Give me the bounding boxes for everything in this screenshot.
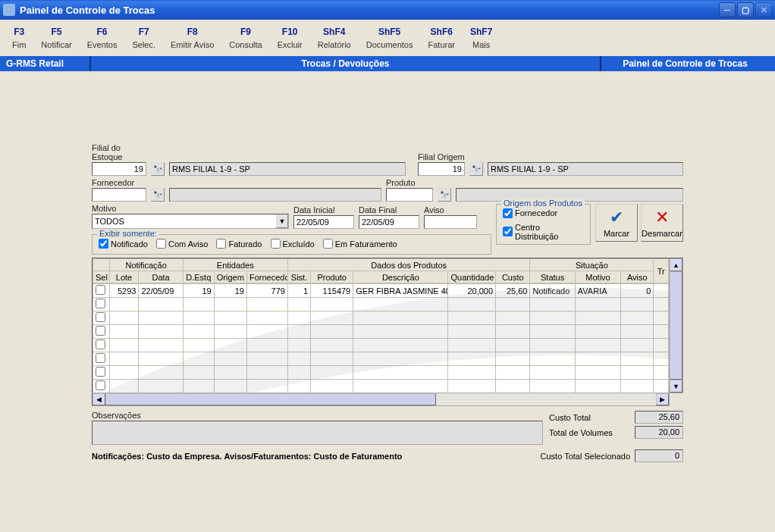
col-lote[interactable]: Lote bbox=[109, 271, 139, 283]
table-row[interactable] bbox=[93, 339, 669, 352]
cb-com-aviso-input[interactable] bbox=[156, 239, 166, 249]
origem-produtos-title: Origem dos Produtos bbox=[501, 199, 585, 208]
table-row[interactable] bbox=[93, 311, 669, 325]
cb-faturado-input[interactable] bbox=[216, 239, 226, 249]
data-inicial-input[interactable] bbox=[293, 215, 354, 229]
table-row[interactable] bbox=[93, 325, 669, 339]
col-status[interactable]: Status bbox=[530, 271, 575, 283]
row-select-checkbox[interactable] bbox=[96, 340, 105, 349]
custo-total-value: 25,60 bbox=[635, 411, 683, 424]
fornecedor-name bbox=[169, 188, 381, 202]
row-select-checkbox[interactable] bbox=[96, 326, 105, 336]
custo-selecionado-value: 0 bbox=[635, 449, 683, 462]
row-select-checkbox[interactable] bbox=[96, 312, 105, 322]
filial-estoque-input[interactable] bbox=[92, 162, 146, 176]
toolbar-shf4[interactable]: ShF4Relatório bbox=[310, 25, 359, 51]
col-custo[interactable]: Custo bbox=[496, 271, 530, 283]
exibir-somente-title: Exibir somente: bbox=[97, 229, 159, 238]
col-quantidade[interactable]: Quantidade bbox=[448, 271, 496, 283]
exibir-somente-group: Exibir somente: Notificado Com Aviso Fat… bbox=[92, 234, 491, 255]
toolbar-shf7[interactable]: ShF7Mais bbox=[463, 25, 500, 51]
window-title: Painel de Controle de Trocas bbox=[20, 5, 155, 16]
total-volumes-value: 20,00 bbox=[635, 426, 683, 439]
scroll-thumb[interactable] bbox=[670, 271, 682, 380]
cb-excluido-input[interactable] bbox=[271, 239, 281, 249]
cell-descricao: GER FIBRA JASMINE 40 bbox=[353, 284, 448, 298]
cb-origem-fornecedor[interactable]: Fornecedor bbox=[503, 208, 578, 218]
scroll-right-button[interactable]: ▶ bbox=[656, 393, 669, 405]
col-forneced[interactable]: Fornecedo bbox=[246, 271, 287, 283]
maximize-button[interactable]: ▢ bbox=[737, 2, 754, 17]
toolbar-f10[interactable]: F10Excluir bbox=[270, 25, 310, 51]
col-origem[interactable]: Origem bbox=[214, 271, 246, 283]
cell-data: 22/05/09 bbox=[139, 284, 183, 298]
horizontal-scrollbar[interactable]: ◀ ▶ bbox=[92, 393, 670, 406]
col-sist[interactable]: Sist. bbox=[287, 271, 310, 283]
cb-origem-fornecedor-input[interactable] bbox=[503, 208, 513, 218]
produto-input[interactable] bbox=[386, 188, 433, 202]
filial-origem-input[interactable] bbox=[418, 162, 465, 176]
scroll-left-button[interactable]: ◀ bbox=[93, 393, 105, 405]
cb-origem-centro-input[interactable] bbox=[503, 227, 513, 236]
col-aviso[interactable]: Aviso bbox=[621, 271, 654, 283]
row-select-checkbox[interactable] bbox=[96, 299, 105, 308]
desmarcar-button[interactable]: ✕ Desmarcar bbox=[641, 204, 683, 242]
cell-quantidade: 20,000 bbox=[448, 284, 496, 298]
minimize-button[interactable]: ─ bbox=[719, 2, 736, 17]
toolbar-f9[interactable]: F9Consulta bbox=[221, 25, 269, 51]
app-icon bbox=[3, 4, 15, 16]
titlebar: Painel de Controle de Trocas ─ ▢ ✕ bbox=[0, 0, 775, 20]
cb-origem-centro[interactable]: Centro Distribuição bbox=[503, 223, 578, 241]
cb-notificado-input[interactable] bbox=[99, 239, 108, 249]
motivo-dropdown[interactable]: TODOS ▼ bbox=[92, 214, 289, 229]
toolbar-f5[interactable]: F5Notificar bbox=[33, 25, 79, 51]
cb-notificado[interactable]: Notificado bbox=[99, 239, 148, 249]
produto-lookup-button[interactable]: 🔭 bbox=[438, 188, 451, 202]
vertical-scrollbar[interactable]: ▲ ▼ bbox=[669, 258, 682, 393]
col-produto[interactable]: Produto bbox=[311, 271, 353, 283]
toolbar-f6[interactable]: F6Eventos bbox=[80, 25, 125, 51]
scroll-up-button[interactable]: ▲ bbox=[670, 258, 682, 271]
table-row[interactable] bbox=[93, 298, 669, 311]
x-icon: ✕ bbox=[655, 208, 669, 227]
close-button[interactable]: ✕ bbox=[755, 2, 772, 17]
col-destq[interactable]: D.Estq bbox=[183, 271, 214, 283]
toolbar-shf5[interactable]: ShF5Documentos bbox=[359, 25, 421, 51]
cb-em-faturamento[interactable]: Em Faturamento bbox=[323, 239, 397, 249]
binoculars-icon: 🔭 bbox=[153, 191, 162, 199]
col-motivo[interactable]: Motivo bbox=[575, 271, 620, 283]
toolbar-f8[interactable]: F8Emitir Aviso bbox=[163, 25, 221, 51]
cb-excluido[interactable]: Excluído bbox=[271, 239, 315, 249]
row-select-checkbox[interactable] bbox=[96, 353, 105, 363]
col-group-situacao: Situação bbox=[530, 259, 654, 271]
filial-estoque-lookup-button[interactable]: 🔭 bbox=[151, 162, 165, 176]
col-descricao[interactable]: Descrição bbox=[353, 271, 448, 283]
toolbar-f7[interactable]: F7Selec. bbox=[124, 25, 163, 51]
cell-origem: 19 bbox=[214, 284, 246, 298]
col-group-notificacao: Notificação bbox=[109, 259, 183, 271]
row-select-checkbox[interactable] bbox=[96, 380, 105, 390]
cb-com-aviso[interactable]: Com Aviso bbox=[156, 239, 208, 249]
table-row[interactable] bbox=[93, 366, 669, 380]
fornecedor-input[interactable] bbox=[92, 188, 146, 202]
motivo-label: Motivo bbox=[92, 204, 289, 213]
col-sel[interactable]: Sel bbox=[93, 271, 110, 283]
table-row[interactable] bbox=[93, 380, 669, 393]
cb-em-fat-input[interactable] bbox=[323, 239, 333, 249]
scroll-down-button[interactable]: ▼ bbox=[670, 380, 682, 393]
toolbar-f3[interactable]: F3Fim bbox=[5, 25, 33, 51]
table-row[interactable]: 5293 22/05/09 19 19 779 1 115479 GER FIB… bbox=[93, 284, 669, 298]
data-final-label: Data Final bbox=[359, 205, 419, 214]
row-select-checkbox[interactable] bbox=[96, 367, 105, 377]
row-select-checkbox[interactable] bbox=[96, 285, 105, 295]
data-final-input[interactable] bbox=[359, 215, 419, 229]
table-row[interactable] bbox=[93, 352, 669, 366]
aviso-input[interactable] bbox=[424, 215, 477, 229]
filial-origem-lookup-button[interactable]: 🔭 bbox=[469, 162, 483, 176]
scroll-thumb[interactable] bbox=[105, 393, 436, 405]
cb-faturado[interactable]: Faturado bbox=[216, 239, 262, 249]
toolbar-shf6[interactable]: ShF6Faturar bbox=[421, 25, 463, 51]
col-data[interactable]: Data bbox=[139, 271, 183, 283]
fornecedor-lookup-button[interactable]: 🔭 bbox=[151, 188, 165, 202]
marcar-button[interactable]: ✔ Marcar bbox=[595, 204, 638, 242]
